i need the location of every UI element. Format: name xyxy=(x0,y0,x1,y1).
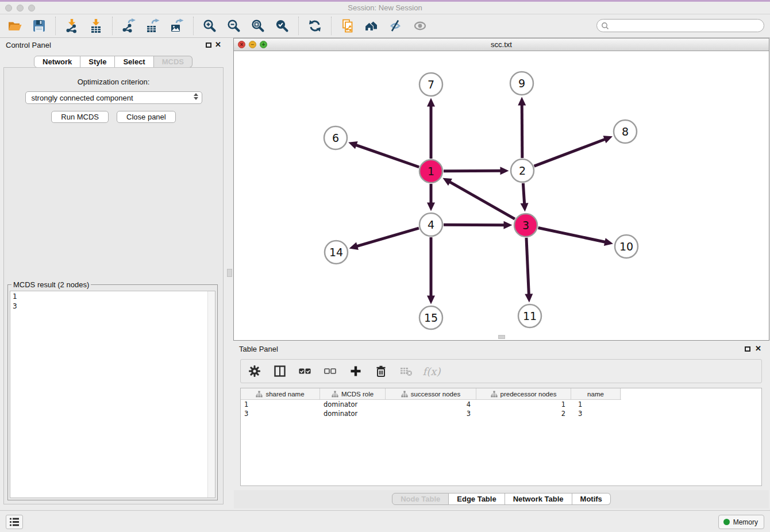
refresh-button[interactable] xyxy=(305,17,325,35)
column-header-name[interactable]: name xyxy=(571,388,621,399)
graph-edge-4-3[interactable] xyxy=(444,225,505,225)
table-tab-edge-table[interactable]: Edge Table xyxy=(449,493,505,505)
result-scrollbar[interactable] xyxy=(207,291,215,498)
table-row[interactable]: 3dominator323 xyxy=(241,409,761,418)
export-table-button[interactable] xyxy=(143,17,163,35)
network-maximize-button[interactable]: + xyxy=(260,41,267,48)
network-window-controls: × − + xyxy=(238,41,267,48)
hide-selected-button[interactable] xyxy=(386,17,406,35)
import-table-button[interactable] xyxy=(86,17,106,35)
table-tab-motifs[interactable]: Motifs xyxy=(572,493,611,505)
zoom-out-button[interactable] xyxy=(224,17,244,35)
table-cell[interactable]: 3 xyxy=(571,409,621,418)
window-title: Session: New Session xyxy=(0,2,770,14)
search-box[interactable] xyxy=(596,19,764,32)
table-cell[interactable]: 1 xyxy=(571,400,621,409)
toolbar-separator xyxy=(55,17,56,35)
delete-table-button[interactable] xyxy=(398,363,414,379)
zoom-selected-button[interactable] xyxy=(272,17,292,35)
graph-node-label: 7 xyxy=(428,78,434,91)
import-network-button[interactable] xyxy=(62,17,82,35)
window-minimize-button[interactable] xyxy=(17,5,24,11)
table-cell[interactable]: 1 xyxy=(476,400,571,409)
toolbar-separator xyxy=(331,17,332,35)
network-minimize-button[interactable]: − xyxy=(249,41,256,48)
export-network-button[interactable] xyxy=(119,17,138,35)
select-all-button[interactable] xyxy=(297,363,313,379)
table-cell[interactable]: 3 xyxy=(386,409,476,418)
table-row[interactable]: 1dominator411 xyxy=(241,400,761,409)
import-table-icon xyxy=(88,18,103,33)
network-resize-grip[interactable] xyxy=(498,335,505,339)
graph-edge-1-6[interactable] xyxy=(355,145,419,167)
table-cell[interactable]: dominator xyxy=(320,400,386,409)
table-tab-network-table[interactable]: Network Table xyxy=(505,493,572,505)
graph-node-label: 1 xyxy=(428,165,434,178)
graph-edge-2-9[interactable] xyxy=(522,104,522,158)
close-panel-icon[interactable]: ✕ xyxy=(215,41,221,49)
float-panel-icon[interactable] xyxy=(206,43,211,48)
network-close-button[interactable]: × xyxy=(238,41,245,48)
table-panel-header: Table Panel ✕ xyxy=(233,342,769,357)
deselect-all-button[interactable] xyxy=(322,363,338,379)
app-window: Session: New Session Control Panel xyxy=(0,0,770,532)
export-image-button[interactable] xyxy=(167,17,187,35)
graph-edge-3-10[interactable] xyxy=(538,228,606,242)
column-header-predecessor-nodes[interactable]: predecessor nodes xyxy=(476,388,571,399)
table-cell[interactable]: 4 xyxy=(386,400,476,409)
column-header-MCDS-role[interactable]: MCDS role xyxy=(320,388,386,399)
add-column-button[interactable] xyxy=(348,363,364,379)
tab-mcds[interactable]: MCDS xyxy=(154,56,192,68)
graph-edge-2-3[interactable] xyxy=(523,183,524,205)
save-session-button[interactable] xyxy=(29,17,49,35)
node-table-body: 1dominator4113dominator323 xyxy=(241,400,761,418)
refresh-icon xyxy=(307,18,322,33)
home-button[interactable] xyxy=(362,17,382,35)
open-session-button[interactable] xyxy=(5,17,25,35)
clone-network-button[interactable] xyxy=(338,17,357,35)
network-window-titlebar[interactable]: × − + scc.txt xyxy=(234,38,769,51)
gear-icon xyxy=(248,364,261,378)
deselect-all-icon xyxy=(324,364,337,378)
eye-icon xyxy=(413,18,428,33)
optimization-criterion-select[interactable]: strongly connected component xyxy=(25,91,202,104)
delete-column-button[interactable] xyxy=(373,363,389,379)
graph-edge-4-14[interactable] xyxy=(356,228,419,246)
run-mcds-button[interactable]: Run MCDS xyxy=(51,111,109,123)
table-tab-node-table[interactable]: Node Table xyxy=(392,493,449,505)
network-canvas-svg[interactable]: 7968124314101511 xyxy=(234,51,769,340)
window-close-button[interactable] xyxy=(5,5,12,11)
table-panel: Table Panel ✕ f(x) shared nameMCDS roles… xyxy=(233,342,769,509)
table-close-icon[interactable]: ✕ xyxy=(755,345,761,353)
panel-divider-grip[interactable] xyxy=(227,269,232,277)
graph-edge-2-8[interactable] xyxy=(534,139,606,166)
memory-button[interactable]: Memory xyxy=(718,515,764,529)
table-settings-button[interactable] xyxy=(247,363,263,379)
mcds-result-text[interactable]: 1 3 xyxy=(10,291,207,498)
column-header-shared-name[interactable]: shared name xyxy=(241,388,320,399)
node-table-header: shared nameMCDS rolesuccessor nodesprede… xyxy=(241,388,621,400)
close-panel-button[interactable]: Close panel xyxy=(117,111,176,123)
graph-edge-3-11[interactable] xyxy=(526,238,529,295)
table-cell[interactable]: dominator xyxy=(320,409,386,418)
zoom-in-button[interactable] xyxy=(200,17,220,35)
show-columns-button[interactable] xyxy=(272,363,288,379)
table-float-icon[interactable] xyxy=(745,346,750,352)
search-input[interactable] xyxy=(609,20,764,31)
graph-edge-3-1[interactable] xyxy=(449,182,515,219)
console-button[interactable] xyxy=(6,515,23,529)
tab-style[interactable]: Style xyxy=(80,56,115,68)
zoom-fit-button[interactable] xyxy=(248,17,268,35)
graph-edge-1-2[interactable] xyxy=(444,171,502,171)
save-icon xyxy=(32,18,47,33)
tab-network[interactable]: Network xyxy=(34,56,80,68)
table-cell[interactable]: 1 xyxy=(241,400,320,409)
show-graphics-details-button[interactable] xyxy=(410,17,430,35)
table-cell[interactable]: 2 xyxy=(476,409,571,418)
column-header-successor-nodes[interactable]: successor nodes xyxy=(386,388,476,399)
function-builder-button[interactable]: f(x) xyxy=(424,363,440,379)
window-zoom-button[interactable] xyxy=(28,5,35,11)
graph-node-label: 8 xyxy=(622,125,629,138)
tab-select[interactable]: Select xyxy=(115,56,153,68)
table-cell[interactable]: 3 xyxy=(241,409,320,418)
